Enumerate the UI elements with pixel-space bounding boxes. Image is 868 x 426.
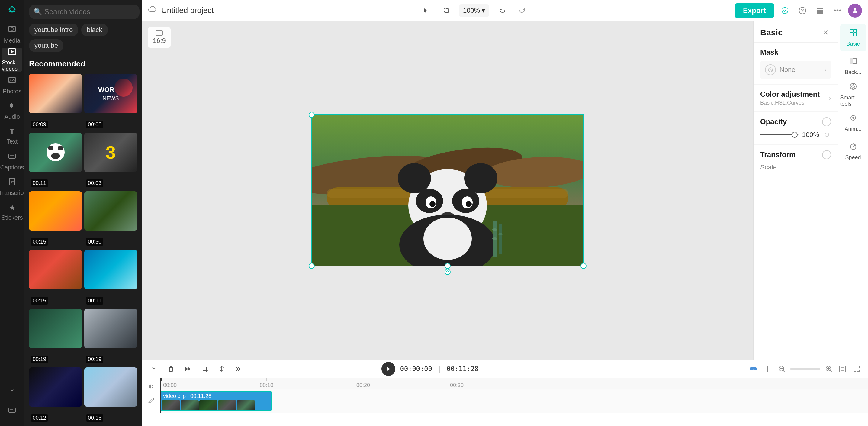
canvas-handle-bc[interactable] (444, 263, 451, 269)
color-adj-row[interactable]: Color adjustment Basic,HSL,Curves › (760, 90, 831, 106)
shield-icon-btn[interactable] (778, 4, 792, 18)
tag-youtube[interactable]: youtube (29, 39, 63, 52)
split-at-head-btn[interactable] (762, 363, 773, 374)
fit-timeline-btn[interactable] (837, 363, 848, 374)
flip-tool-btn[interactable] (216, 363, 228, 375)
clip-thumb-4 (218, 400, 236, 410)
opacity-slider[interactable] (760, 134, 799, 135)
delete-tool-btn[interactable] (165, 363, 177, 375)
sidebar-keyboard-shortcuts[interactable] (2, 399, 22, 423)
canvas-panel-row: 16:9 (142, 21, 868, 360)
more-options-btn[interactable]: ••• (831, 4, 844, 18)
tag-black[interactable]: black (81, 24, 107, 36)
redo-btn[interactable] (515, 4, 529, 18)
sidebar-item-captions[interactable]: Captions (2, 149, 22, 174)
right-tool-speed[interactable]: Speed (840, 138, 866, 165)
search-input[interactable] (44, 7, 135, 16)
panel-title: Basic (760, 28, 783, 37)
right-tool-smart[interactable]: Smart tools (840, 81, 866, 108)
svg-rect-83 (841, 367, 844, 370)
layers-icon-btn[interactable] (813, 4, 827, 18)
mask-none-icon (765, 64, 776, 75)
crop-tool-btn[interactable] (199, 363, 211, 375)
video-thumb-9[interactable]: 00:19 (29, 309, 82, 365)
right-tool-background[interactable]: Back... (840, 53, 866, 80)
volume-btn[interactable] (146, 381, 156, 392)
zoom-slider[interactable] (790, 368, 820, 369)
sidebar-item-transcript[interactable]: Transcript (2, 175, 22, 199)
sidebar-item-stickers-label: Stickers (1, 214, 23, 221)
audio-track-btn[interactable]: ♪ (747, 363, 759, 375)
canvas-handle-rotate[interactable] (444, 269, 451, 275)
export-button[interactable]: Export (735, 3, 774, 18)
zoom-in-btn[interactable] (823, 363, 834, 374)
video-grid: 00:09 WORLD NEWS 00:08 00:11 3 (24, 71, 142, 426)
more-tool-btn[interactable] (232, 363, 245, 375)
canvas-handle-br[interactable] (581, 263, 587, 269)
tag-youtube-intro[interactable]: youtube intro (29, 24, 78, 36)
sidebar-more-btn[interactable]: ⌄ (4, 381, 20, 396)
sidebar-item-audio[interactable]: Audio (2, 98, 22, 123)
video-clip-block[interactable]: video clip · 00:11:28 (160, 391, 272, 410)
svg-point-2 (11, 28, 13, 30)
video-thumb-3[interactable]: 00:11 (29, 133, 82, 189)
sidebar-item-stock-videos[interactable]: Stock videos (2, 48, 22, 72)
sidebar-item-audio-label: Audio (4, 113, 20, 120)
svg-marker-4 (11, 50, 14, 53)
background-tool-icon (849, 57, 858, 67)
aspect-ratio-badge[interactable]: 16:9 (148, 27, 170, 48)
opacity-toggle[interactable] (822, 117, 831, 126)
video-thumb-7[interactable]: 00:15 (29, 250, 82, 306)
right-tool-animation[interactable]: Anim... (840, 110, 866, 136)
edit-track-btn[interactable] (146, 395, 156, 406)
canvas-handle-bl[interactable] (309, 263, 315, 269)
app-logo[interactable] (4, 3, 20, 18)
play-pause-btn[interactable] (381, 362, 395, 376)
hand-tool-btn[interactable] (439, 4, 453, 18)
undo-btn[interactable] (495, 4, 509, 18)
timeline-ruler: 00:00 00:10 00:20 00:30 (160, 378, 868, 389)
timeline-playhead[interactable] (160, 378, 161, 389)
svg-rect-27 (817, 12, 823, 13)
opacity-reset-btn[interactable] (823, 130, 831, 139)
mask-control[interactable]: None › (760, 61, 831, 79)
video-thumb-1[interactable]: 00:09 (29, 74, 82, 130)
fullscreen-btn[interactable] (851, 363, 862, 374)
panel-close-btn[interactable]: ✕ (820, 27, 831, 38)
mask-arrow-icon: › (824, 66, 826, 73)
video-thumb-11[interactable]: 00:12 (29, 367, 82, 424)
video-thumb-10[interactable]: 00:19 (84, 309, 137, 365)
right-tool-basic[interactable]: Basic (840, 24, 866, 51)
sidebar-item-photos[interactable]: Photos (2, 73, 22, 97)
audio-icon (8, 101, 16, 112)
video-thumb-8[interactable]: 00:11 (84, 250, 137, 306)
sidebar-item-stickers[interactable]: ★ Stickers (2, 200, 22, 224)
video-thumb-2[interactable]: WORLD NEWS 00:08 (84, 74, 137, 130)
split-tool-btn[interactable] (148, 363, 160, 375)
sidebar-item-text[interactable]: T Text (2, 124, 22, 148)
video-duration-11: 00:12 (31, 414, 48, 422)
video-thumb-12[interactable]: 00:15 (84, 367, 137, 424)
canvas-handle-tl[interactable] (309, 112, 315, 118)
sidebar-item-media[interactable]: Media (2, 22, 22, 47)
svg-point-48 (424, 217, 472, 260)
zoom-control[interactable]: 100% ▾ (459, 4, 489, 17)
clip-thumb-1 (162, 400, 180, 410)
user-avatar[interactable] (848, 4, 862, 18)
cursor-tool-btn[interactable] (419, 4, 433, 18)
canvas-area: 16:9 (142, 21, 753, 360)
video-thumb-6[interactable]: 00:30 (84, 191, 137, 247)
zoom-out-btn[interactable] (776, 363, 787, 374)
tags-row: youtube intro black youtube (24, 24, 142, 56)
search-input-wrapper[interactable]: 🔍 (29, 4, 140, 19)
speed-tool-icon (849, 142, 858, 153)
play-speed-btn[interactable] (182, 363, 194, 375)
video-thumb-5[interactable]: 00:15 (29, 191, 82, 247)
video-thumb-4[interactable]: 3 00:03 (84, 133, 137, 189)
ruler-mark-20: 00:20 (356, 378, 370, 389)
transform-toggle[interactable] (822, 150, 831, 159)
transcript-icon (8, 177, 16, 188)
help-icon-btn[interactable]: ? (796, 4, 809, 18)
svg-rect-82 (840, 366, 846, 372)
video-canvas[interactable] (311, 114, 584, 267)
